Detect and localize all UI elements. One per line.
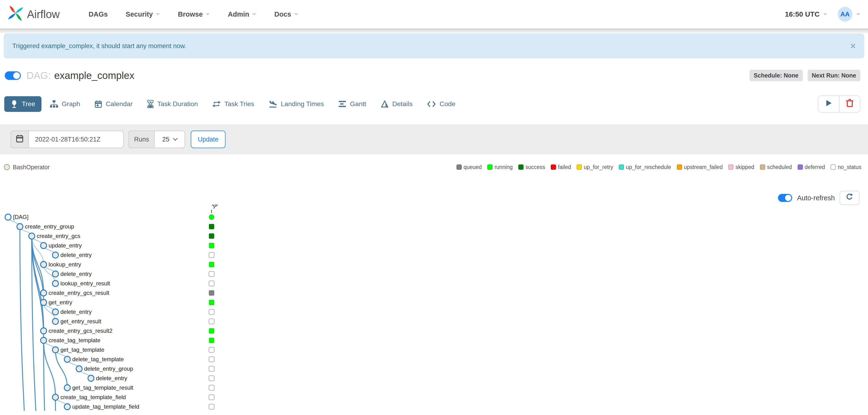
task-status-square-running[interactable] <box>209 328 214 333</box>
task-status-square-no_status[interactable] <box>209 395 214 400</box>
status-legend-item-skipped[interactable]: skipped <box>728 164 754 170</box>
nav-item-security[interactable]: Security <box>126 10 160 18</box>
tab-landing-times[interactable]: Landing Times <box>263 96 330 112</box>
status-legend-item-no_status[interactable]: no_status <box>831 164 861 170</box>
task-node-update_entry[interactable] <box>40 242 46 248</box>
operator-legend-item: BashOperator <box>4 164 50 171</box>
task-node-create_tag_template[interactable] <box>40 337 46 343</box>
task-node-delete_entry_group[interactable] <box>76 366 82 372</box>
tab-task-tries[interactable]: Task Tries <box>206 96 260 112</box>
tab-gantt[interactable]: Gantt <box>332 96 372 112</box>
task-status-square-no_status[interactable] <box>209 347 214 352</box>
task-status-square-queued[interactable] <box>209 290 214 296</box>
task-status-square-no_status[interactable] <box>209 376 214 381</box>
task-node-create_tag_template_field[interactable] <box>52 394 58 400</box>
auto-refresh-toggle[interactable] <box>778 194 792 202</box>
task-label: get_tag_template <box>60 347 104 353</box>
chevron-down-icon <box>294 13 298 16</box>
task-status-square-no_status[interactable] <box>209 253 214 258</box>
status-legend-item-upstream_failed[interactable]: upstream_failed <box>677 164 723 170</box>
tab-details[interactable]: Details <box>375 96 419 112</box>
status-legend-item-scheduled[interactable]: scheduled <box>760 164 792 170</box>
status-legend-item-deferred[interactable]: deferred <box>798 164 825 170</box>
task-status-square-no_status[interactable] <box>209 309 214 315</box>
task-node-delete_tag_template[interactable] <box>64 356 70 362</box>
task-status-square-success[interactable] <box>209 224 214 229</box>
status-legend-item-queued[interactable]: queued <box>457 164 482 170</box>
tab-tree[interactable]: Tree <box>4 96 41 112</box>
clock-dropdown[interactable]: 16:50 UTC <box>785 10 827 18</box>
nav-item-admin[interactable]: Admin <box>228 10 256 18</box>
task-node-get_entry[interactable] <box>40 299 46 305</box>
task-node-delete_entry[interactable] <box>52 252 58 258</box>
dag-pause-toggle[interactable] <box>5 71 21 80</box>
task-node-delete_entry[interactable] <box>88 375 94 381</box>
task-node-update_tag_template_field[interactable] <box>64 404 70 410</box>
tab-calendar[interactable]: Calendar <box>89 96 139 112</box>
task-status-square-no_status[interactable] <box>209 271 214 276</box>
task-status-square-running[interactable] <box>209 262 214 267</box>
task-label: update_tag_template_field <box>72 404 139 410</box>
task-node-get_tag_template_result[interactable] <box>64 385 70 391</box>
chevron-down-icon <box>856 13 861 16</box>
update-button[interactable]: Update <box>191 130 225 148</box>
delete-dag-button[interactable] <box>839 96 860 112</box>
task-label: lookup_entry <box>49 261 81 268</box>
task-node-get_tag_template[interactable] <box>52 347 58 353</box>
airflow-brand[interactable]: Airflow <box>7 5 60 23</box>
datepicker-button[interactable] <box>10 130 29 148</box>
status-legend-label: failed <box>558 164 571 170</box>
dag-run-status-circle[interactable] <box>209 214 214 220</box>
status-legend-label: running <box>494 164 513 170</box>
tab-label: Tree <box>22 100 35 108</box>
user-menu[interactable]: AA <box>838 7 861 22</box>
task-status-square-no_status[interactable] <box>209 281 214 286</box>
task-label: get_entry <box>49 299 72 305</box>
task-node-lookup_entry[interactable] <box>40 261 46 267</box>
task-node-delete_entry[interactable] <box>52 271 58 277</box>
nav-item-docs[interactable]: Docs <box>274 10 298 18</box>
tab-graph[interactable]: Graph <box>44 96 87 112</box>
status-legend-item-running[interactable]: running <box>487 164 513 170</box>
task-node-DAG[interactable] <box>5 214 11 220</box>
refresh-button[interactable] <box>840 191 860 205</box>
task-status-square-no_status[interactable] <box>209 404 214 409</box>
chevron-down-icon <box>252 13 256 16</box>
status-legend-item-up_for_reschedule[interactable]: up_for_reschedule <box>619 164 671 170</box>
status-legend-label: up_for_retry <box>584 164 613 170</box>
tab-label: Graph <box>62 100 80 108</box>
plane-landing-icon <box>269 100 277 108</box>
task-node-create_entry_gcs_result[interactable] <box>40 290 46 296</box>
task-node-delete_entry[interactable] <box>52 309 58 315</box>
task-status-square-no_status[interactable] <box>209 366 214 372</box>
task-node-get_entry_result[interactable] <box>52 318 58 324</box>
task-status-square-no_status[interactable] <box>209 319 214 324</box>
task-label: delete_entry <box>60 252 92 258</box>
task-status-square-no_status[interactable] <box>209 385 214 390</box>
status-legend-item-up_for_retry[interactable]: up_for_retry <box>577 164 613 170</box>
status-legend-item-failed[interactable]: failed <box>551 164 571 170</box>
tab-code[interactable]: Code <box>421 96 462 112</box>
task-node-create_entry_group[interactable] <box>17 224 23 230</box>
tab-label: Calendar <box>106 100 133 108</box>
base-date-input[interactable] <box>29 130 124 148</box>
num-runs-select[interactable]: 25 <box>155 130 185 148</box>
task-status-square-success[interactable] <box>209 233 214 239</box>
task-status-square-running[interactable] <box>209 300 214 305</box>
avatar: AA <box>838 7 852 22</box>
nav-item-label: DAGs <box>89 10 108 18</box>
tab-task-duration[interactable]: Task Duration <box>141 96 204 112</box>
dag-actions <box>818 95 861 113</box>
trigger-dag-button[interactable] <box>818 96 839 112</box>
nav-item-browse[interactable]: Browse <box>178 10 210 18</box>
task-node-lookup_entry_result[interactable] <box>52 280 58 286</box>
status-legend-item-success[interactable]: success <box>518 164 545 170</box>
chevron-down-icon <box>173 136 178 141</box>
task-status-square-no_status[interactable] <box>209 357 214 362</box>
close-icon[interactable]: × <box>850 41 856 51</box>
task-status-square-running[interactable] <box>209 338 214 343</box>
task-node-create_entry_gcs_result2[interactable] <box>40 328 46 334</box>
task-status-square-running[interactable] <box>209 243 214 248</box>
nav-item-dags[interactable]: DAGs <box>89 10 108 18</box>
task-node-create_entry_gcs[interactable] <box>29 233 35 239</box>
